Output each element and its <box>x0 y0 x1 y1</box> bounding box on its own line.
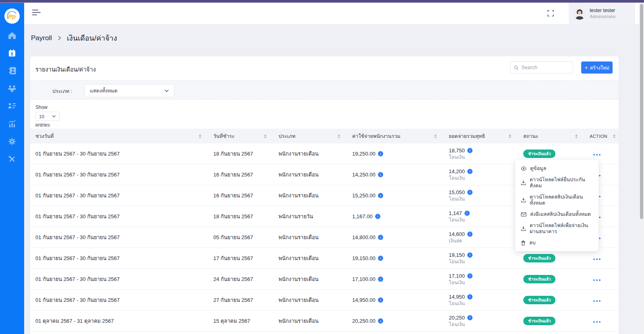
sidebar: Pp $ <box>0 3 24 334</box>
user-menu[interactable]: tester tester Administrator <box>569 3 635 24</box>
info-icon[interactable]: i <box>467 294 473 299</box>
search-input[interactable] <box>521 65 570 70</box>
net-total-value: 1,147 <box>449 210 462 217</box>
row-actions-button[interactable] <box>596 279 598 281</box>
svg-text:Pp: Pp <box>8 13 16 20</box>
sidebar-item-reports[interactable] <box>7 119 17 128</box>
svg-text:$: $ <box>11 52 13 56</box>
create-new-button[interactable]: สร้างใหม่ <box>581 61 613 74</box>
mail-icon <box>521 212 526 217</box>
cell-action <box>590 151 619 157</box>
menu-item-view[interactable]: ดูข้อมูล <box>515 163 599 174</box>
cell-type: พนักงานรายเดือน <box>279 233 352 242</box>
info-icon[interactable]: i <box>378 277 383 282</box>
menu-item-download-bank-file[interactable]: ดาวน์โหลดไฟล์เพื่อจ่ายเงินผ่านธนาคาร <box>515 220 599 237</box>
info-icon[interactable]: i <box>467 315 473 320</box>
trash-icon <box>521 240 526 246</box>
payment-method: โอนเงิน <box>449 217 523 223</box>
breadcrumb-section[interactable]: Payroll <box>31 34 52 42</box>
row-actions-button[interactable] <box>596 154 598 156</box>
cell-employee-cost: 19,150.00 i <box>352 255 449 261</box>
cell-net-total: 1,147 i โอนเงิน <box>449 210 523 223</box>
info-icon[interactable]: i <box>378 235 383 240</box>
sidebar-item-hr-settings[interactable] <box>7 84 17 93</box>
info-icon[interactable]: i <box>467 190 473 195</box>
row-actions-button[interactable] <box>596 321 598 323</box>
sidebar-item-payroll[interactable]: $ <box>7 49 17 57</box>
sidebar-item-tools[interactable] <box>7 155 17 164</box>
cell-status: ชำระเงินแล้ว <box>523 150 590 158</box>
employee-cost-value: 14,800.00 <box>352 234 376 240</box>
payroll-calendar-icon: $ <box>8 49 16 57</box>
info-icon[interactable]: i <box>467 232 473 237</box>
fullscreen-icon[interactable] <box>547 9 555 17</box>
info-icon[interactable]: i <box>378 172 383 177</box>
info-icon[interactable]: i <box>467 148 473 153</box>
menu-item-delete[interactable]: ลบ <box>515 237 599 248</box>
info-icon[interactable]: i <box>378 193 383 198</box>
info-icon[interactable]: i <box>378 256 383 261</box>
sidebar-item-employee-list[interactable] <box>7 102 17 111</box>
menu-item-download-payslips[interactable]: ดาวน์โหลดสลิปเงินเดือนทั้งหมด <box>515 191 599 209</box>
row-actions-button[interactable] <box>596 300 598 302</box>
menu-item-email-payslips[interactable]: ส่งอีเมลสลิปเงินเดือนทั้งหมด <box>515 209 599 220</box>
header-status[interactable]: สถานะ <box>523 132 590 140</box>
table-header: ช่วงวันที่ วันที่ชำระ ประเภท ค่าใช้จ่ายพ… <box>30 129 619 143</box>
cell-type: พนักงานรายเดือน <box>279 317 352 325</box>
header-pay-date[interactable]: วันที่ชำระ <box>213 132 279 140</box>
header-employee-cost[interactable]: ค่าใช้จ่ายพนักงานรวม <box>352 132 449 140</box>
cell-net-total: 14,200 i โอนเงิน <box>449 168 523 181</box>
cell-type: พนักงานรายเดือน <box>279 191 352 200</box>
info-icon[interactable]: i <box>378 297 383 303</box>
header-date-range[interactable]: ช่วงวันที่ <box>35 132 213 140</box>
info-icon[interactable]: i <box>378 318 383 324</box>
scrollbar-thumb[interactable] <box>640 4 643 219</box>
tools-icon <box>8 155 16 163</box>
status-badge: ชำระเงินแล้ว <box>523 254 555 262</box>
net-total-value: 20,250 <box>449 314 465 321</box>
row-actions-button[interactable] <box>596 258 598 260</box>
info-icon[interactable]: i <box>378 151 383 156</box>
header-type[interactable]: ประเภท <box>279 132 352 140</box>
info-icon[interactable]: i <box>467 169 473 174</box>
info-icon[interactable]: i <box>467 273 473 279</box>
download-icon <box>521 180 526 185</box>
sidebar-item-contacts[interactable] <box>7 66 17 75</box>
payment-method: โอนเงิน <box>449 321 523 328</box>
info-icon[interactable]: i <box>375 214 380 219</box>
type-filter-select[interactable]: แสดงทั้งหมด <box>85 84 174 97</box>
eye-icon <box>521 166 526 171</box>
table-row: 01 กันยายน 2567 - 30 กันยายน 2567 24 กัน… <box>30 269 619 290</box>
type-filter-label: ประเภท : <box>52 87 72 95</box>
cell-date-range: 01 กันยายน 2567 - 30 กันยายน 2567 <box>35 275 213 283</box>
user-role: Administrator <box>590 14 616 19</box>
status-badge: ชำระเงินแล้ว <box>523 275 555 283</box>
menu-toggle-icon[interactable] <box>32 10 42 17</box>
sort-icon <box>613 134 615 138</box>
menu-item-download-social-security[interactable]: ดาวน์โหลดไฟล์ยื่นประกันสังคม <box>515 174 599 191</box>
sidebar-item-home[interactable] <box>7 31 17 40</box>
sidebar-item-settings[interactable] <box>7 137 17 146</box>
page-size-block: Show 10 entries <box>30 100 619 129</box>
page-size-value: 10 <box>39 114 44 119</box>
net-total-value: 15,050 <box>449 189 465 196</box>
cell-net-total: 14,600 i เงินสด <box>449 231 523 244</box>
header-net-total[interactable]: ยอดจ่ายรวมสุทธิ <box>449 132 523 140</box>
cell-date-range: 01 กันยายน 2567 - 30 กันยายน 2567 <box>35 233 213 242</box>
page-size-select[interactable]: 10 <box>35 112 60 121</box>
cell-type: พนักงานรายเดือน <box>279 150 352 158</box>
panel-title: รายงานเงินเดือน/ค่าจ้าง <box>35 65 96 74</box>
info-icon[interactable]: i <box>467 252 473 258</box>
cell-pay-date: 27 กันยายน 2567 <box>213 296 279 304</box>
net-total-value: 14,200 <box>449 168 465 175</box>
header-action[interactable]: ACTION <box>590 134 619 139</box>
cell-pay-date: 17 กันยายน 2567 <box>213 254 279 262</box>
cell-employee-cost: 20,250.00 i <box>352 318 449 324</box>
payment-method: โอนเงิน <box>449 300 523 307</box>
app-logo[interactable]: Pp <box>4 8 20 24</box>
cell-net-total: 19,150 i โอนเงิน <box>449 252 523 265</box>
cell-action <box>590 318 619 324</box>
cell-net-total: 14,950 i โอนเงิน <box>449 293 523 307</box>
info-icon[interactable]: i <box>464 211 470 216</box>
cell-date-range: 01 ตุลาคม 2567 - 31 ตุลาคม 2567 <box>35 317 213 325</box>
